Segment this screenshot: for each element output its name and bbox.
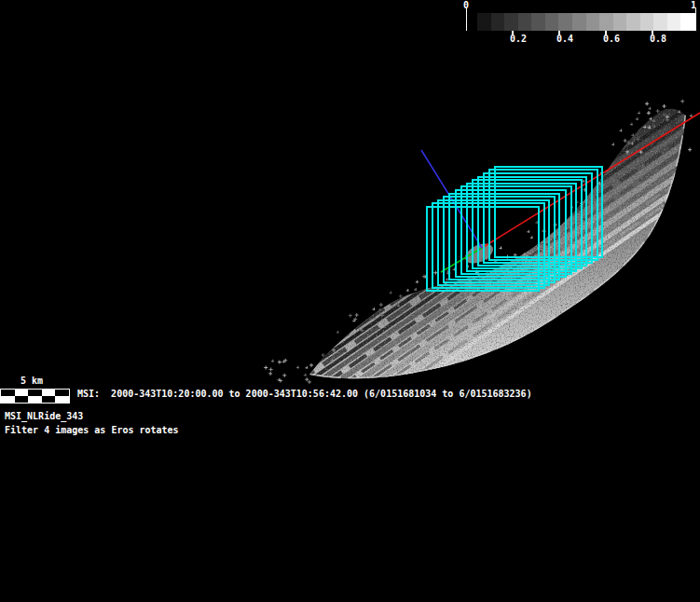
scale-bar-cell: [55, 396, 69, 403]
colorbar-step: [599, 13, 613, 31]
colorbar-step: [572, 13, 586, 31]
scale-bar-cell: [15, 396, 29, 403]
colorbar-tick-label: 0.6: [603, 34, 620, 44]
colorbar-gradient: [477, 13, 694, 31]
scale-bar-label: 5 km: [21, 376, 43, 386]
colorbar-right-tick: [695, 8, 696, 31]
status-line: MSI: 2000-343T10:20:00.00 to 2000-343T10…: [77, 389, 532, 399]
colorbar-step: [680, 13, 694, 31]
msi-sequence-viewer: 0 1 0.20.40.60.8 5 km MSI: 2000-343T10:2…: [0, 0, 700, 602]
scale-bar-cell: [42, 396, 56, 403]
scale-bar-cell: [28, 390, 42, 396]
colorbar-step: [477, 13, 491, 31]
colorbar-step: [613, 13, 627, 31]
colorbar-step: [545, 13, 559, 31]
colorbar-left-tick: [466, 8, 467, 31]
scale-bar-cell: [28, 396, 42, 403]
colorbar-step: [531, 13, 545, 31]
colorbar-step: [667, 13, 681, 31]
scale-bar-cell: [1, 390, 15, 396]
colorbar-step: [558, 13, 572, 31]
colorbar-tick-label: 0.8: [650, 34, 666, 44]
colorbar-step: [491, 13, 505, 31]
colorbar-tick-label: 0.2: [510, 34, 527, 44]
scale-bar-cell: [1, 396, 15, 403]
sequence-name: MSI_NLRide_343: [5, 411, 83, 421]
scale-bar-cell: [55, 390, 69, 396]
sequence-description: Filter 4 images as Eros rotates: [5, 425, 179, 435]
colorbar-tick-label: 0.4: [556, 34, 573, 44]
scale-bar: [0, 389, 70, 404]
render-canvas[interactable]: [0, 0, 700, 602]
scale-bar-cell: [42, 390, 56, 396]
colorbar-step: [626, 13, 640, 31]
colorbar-step: [504, 13, 518, 31]
colorbar-step: [640, 13, 654, 31]
colorbar-step: [518, 13, 532, 31]
scale-bar-cell: [15, 390, 29, 396]
colorbar-step: [586, 13, 600, 31]
colorbar-step: [653, 13, 667, 31]
